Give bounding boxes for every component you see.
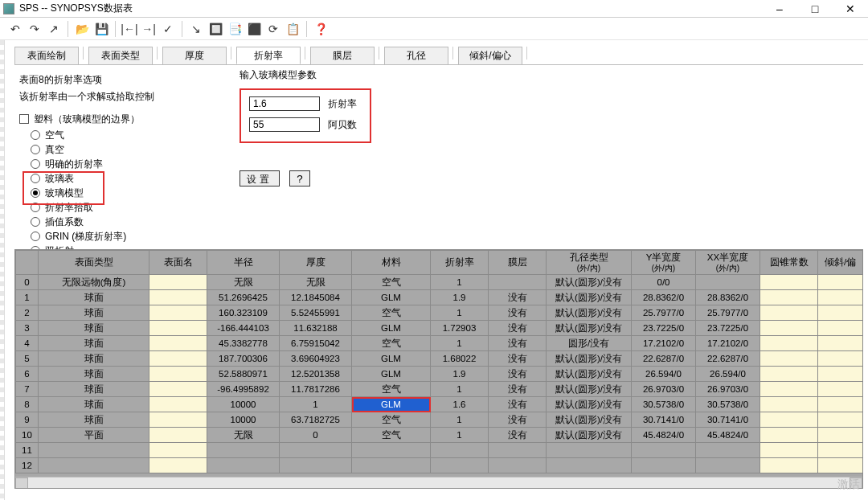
cell-0-2[interactable] [149,275,207,290]
cell-7-7[interactable]: 没有 [489,382,547,397]
cell-11-3[interactable] [207,443,280,458]
table-row[interactable]: 2球面160.3231095.52455991空气1没有默认(圆形)/没有25.… [16,305,863,321]
cell-11-10[interactable] [696,443,760,458]
cell-3-8[interactable]: 默认(圆形)/没有 [547,321,632,336]
cell-8-10[interactable]: 30.5738/0 [696,397,760,412]
cell-1-2[interactable] [149,290,207,305]
table-row[interactable]: 4球面45.33827786.75915042空气1没有圆形/没有17.2102… [16,336,863,351]
cell-6-4[interactable]: 12.5201358 [280,367,352,382]
cell-4-10[interactable]: 17.2102/0 [696,336,760,351]
table-row[interactable]: 0无限远物(角度)无限无限空气1默认(圆形)/没有0/0 [16,275,863,290]
cell-11-1[interactable] [39,443,149,458]
cell-9-1[interactable]: 球面 [39,412,149,428]
cell-0-8[interactable]: 默认(圆形)/没有 [547,275,632,290]
tab-1[interactable]: 表面类型 [88,47,153,64]
col-header-11[interactable]: 圆锥常数 [760,251,818,275]
cell-8-3[interactable]: 10000 [207,397,280,412]
cell-4-12[interactable] [818,336,863,351]
cell-2-4[interactable]: 5.52455991 [280,305,352,321]
cell-1-7[interactable]: 没有 [489,290,547,305]
cell-3-10[interactable]: 23.7225/0 [696,321,760,336]
cell-7-4[interactable]: 11.7817286 [280,382,352,397]
cell-0-12[interactable] [818,275,863,290]
toolbar-button-3[interactable]: 📂 [73,20,91,38]
radio-6[interactable]: 插值系数 [31,215,863,229]
col-header-5[interactable]: 材料 [352,251,431,275]
cell-11-0[interactable]: 11 [16,443,39,458]
radio-2[interactable]: 明确的折射率 [31,157,863,171]
cell-3-0[interactable]: 3 [16,321,39,336]
cell-5-0[interactable]: 5 [16,351,39,367]
cell-12-4[interactable] [280,458,352,473]
cell-4-5[interactable]: 空气 [352,336,431,351]
cell-0-0[interactable]: 0 [16,275,39,290]
cell-10-8[interactable]: 默认(圆形)/没有 [547,428,632,443]
cell-8-8[interactable]: 默认(圆形)/没有 [547,397,632,412]
radio-dot-7[interactable] [31,232,40,241]
cell-2-2[interactable] [149,305,207,321]
radio-dot-3[interactable] [31,174,40,183]
cell-10-4[interactable]: 0 [280,428,352,443]
cell-1-1[interactable]: 球面 [39,290,149,305]
cell-5-9[interactable]: 22.6287/0 [632,351,696,367]
cell-10-3[interactable]: 无限 [207,428,280,443]
cell-12-5[interactable] [352,458,431,473]
cell-4-1[interactable]: 球面 [39,336,149,351]
horizontal-scrollbar[interactable] [15,477,862,488]
cell-1-8[interactable]: 默认(圆形)/没有 [547,290,632,305]
window-maximize-button[interactable]: □ [797,0,833,18]
cell-2-7[interactable]: 没有 [489,305,547,321]
cell-1-4[interactable]: 12.1845084 [280,290,352,305]
cell-0-5[interactable]: 空气 [352,275,431,290]
cell-3-9[interactable]: 23.7225/0 [632,321,696,336]
col-header-7[interactable]: 膜层 [489,251,547,275]
cell-7-1[interactable]: 球面 [39,382,149,397]
radio-dot-5[interactable] [31,203,40,212]
tab-4[interactable]: 膜层 [310,47,375,64]
data-grid[interactable]: 表面类型表面名半径厚度材料折射率膜层孔径类型(外/内)Y半宽度(外/内)XX半宽… [15,250,863,473]
cell-7-5[interactable]: 空气 [352,382,431,397]
cell-5-6[interactable]: 1.68022 [431,351,489,367]
table-row[interactable]: 7球面-96.499589211.7817286空气1没有默认(圆形)/没有26… [16,382,863,397]
radio-dot-1[interactable] [31,145,40,154]
cell-10-2[interactable] [149,428,207,443]
cell-12-7[interactable] [489,458,547,473]
abbe-input[interactable] [249,117,320,132]
cell-2-9[interactable]: 25.7977/0 [632,305,696,321]
cell-9-6[interactable]: 1 [431,412,489,428]
cell-6-7[interactable]: 没有 [489,367,547,382]
cell-5-2[interactable] [149,351,207,367]
cell-12-3[interactable] [207,458,280,473]
cell-2-1[interactable]: 球面 [39,305,149,321]
toolbar-button-9[interactable]: 🔲 [207,20,224,38]
cell-11-2[interactable] [149,443,207,458]
cell-11-11[interactable] [760,443,818,458]
cell-2-3[interactable]: 160.323109 [207,305,280,321]
toolbar-button-4[interactable]: 💾 [92,20,110,38]
cell-8-2[interactable] [149,397,207,412]
toolbar-button-6[interactable]: →| [140,20,158,38]
cell-6-11[interactable] [760,367,818,382]
cell-6-12[interactable] [818,367,863,382]
cell-4-8[interactable]: 圆形/没有 [547,336,632,351]
col-header-12[interactable]: 倾斜/偏 [818,251,863,275]
col-header-10[interactable]: XX半宽度(外/内) [696,251,760,275]
cell-2-6[interactable]: 1 [431,305,489,321]
cell-10-9[interactable]: 45.4824/0 [632,428,696,443]
cell-12-8[interactable] [547,458,632,473]
cell-3-12[interactable] [818,321,863,336]
cell-8-0[interactable]: 8 [16,397,39,412]
cell-0-9[interactable]: 0/0 [632,275,696,290]
cell-9-4[interactable]: 63.7182725 [280,412,352,428]
table-row[interactable]: 11 [16,443,863,458]
cell-10-12[interactable] [818,428,863,443]
cell-8-11[interactable] [760,397,818,412]
cell-9-5[interactable]: 空气 [352,412,431,428]
cell-6-10[interactable]: 26.594/0 [696,367,760,382]
cell-7-2[interactable] [149,382,207,397]
table-row[interactable]: 12 [16,458,863,473]
set-button[interactable]: 设置 [240,170,280,186]
table-row[interactable]: 5球面187.7003063.69604923GLM1.68022没有默认(圆形… [16,351,863,367]
cell-4-11[interactable] [760,336,818,351]
cell-12-1[interactable] [39,458,149,473]
